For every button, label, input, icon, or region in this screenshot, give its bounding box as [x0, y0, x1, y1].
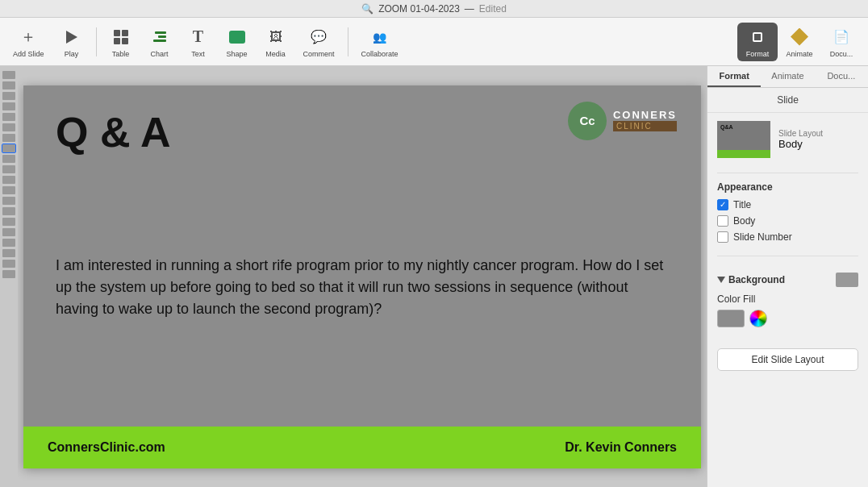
slide-footer: ConnersClinic.com Dr. Kevin Conners	[23, 427, 701, 468]
animate-label: Animate	[786, 50, 812, 58]
appearance-label: Appearance	[717, 181, 858, 193]
toolbar-right: Format Animate 📄 Docu...	[737, 23, 862, 61]
table-icon	[114, 30, 128, 44]
body-checkbox[interactable]	[717, 215, 728, 227]
background-header: Background	[717, 273, 858, 287]
plus-icon: ＋	[20, 26, 36, 48]
slide-footer-left: ConnersClinic.com	[48, 440, 165, 455]
slide-strip-item-7[interactable]	[2, 144, 15, 152]
table-label: Table	[112, 50, 130, 58]
logo-text-block: CONNERS CLINIC	[613, 110, 677, 131]
format-button[interactable]: Format	[737, 23, 778, 61]
document-label: Docu...	[830, 50, 853, 58]
chart-button[interactable]: Chart	[142, 23, 177, 61]
layout-thumbnail[interactable]: Q&A	[717, 121, 770, 158]
title-bar: 🔍 ZOOM 01-04-2023 — Edited	[0, 0, 868, 18]
edited-label: Edited	[479, 3, 507, 15]
title-checkbox[interactable]	[717, 199, 728, 210]
title-icon: 🔍	[361, 3, 373, 15]
media-icon: 🖼	[269, 30, 282, 44]
collaborate-icon: 👥	[373, 31, 386, 44]
text-label: Text	[191, 50, 205, 58]
body-checkbox-label: Body	[733, 215, 755, 227]
slide-strip-item-9[interactable]	[2, 165, 15, 173]
text-icon: T	[193, 27, 203, 46]
slide-number-checkbox[interactable]	[717, 231, 728, 243]
slide-strip-item-15[interactable]	[2, 228, 15, 236]
slide-strip-item-14[interactable]	[2, 218, 15, 226]
comment-label: Comment	[303, 50, 335, 58]
slide-strip-item-4[interactable]	[2, 113, 15, 121]
color-fill-label: Color Fill	[717, 293, 858, 305]
slide-title: Q & A	[56, 108, 171, 156]
background-label: Background	[728, 274, 785, 285]
slide-strip-item-6[interactable]	[2, 134, 15, 142]
logo-initials: Cc	[579, 114, 595, 127]
layout-section: Q&A Slide Layout Body	[707, 113, 868, 173]
slide-strip-item-5[interactable]	[2, 123, 15, 131]
layout-name: Body	[778, 138, 823, 150]
shape-label: Shape	[227, 50, 248, 58]
logo-circle: Cc	[568, 102, 607, 140]
checkbox-row-title: Title	[717, 199, 858, 210]
layout-label: Slide Layout	[778, 129, 823, 138]
slide-footer-right: Dr. Kevin Conners	[565, 440, 677, 455]
document-button[interactable]: 📄 Docu...	[821, 23, 862, 61]
collapse-triangle-icon[interactable]	[717, 277, 725, 283]
slide-strip-item-10[interactable]	[2, 176, 15, 184]
slide-strip-item-3[interactable]	[2, 102, 15, 110]
title-separator: —	[465, 3, 474, 15]
background-section: Background Color Fill	[707, 256, 868, 345]
media-label: Media	[265, 50, 286, 58]
format-icon	[749, 29, 766, 45]
chart-icon	[153, 31, 166, 42]
slide-strip-item-1[interactable]	[2, 81, 15, 89]
add-slide-button[interactable]: ＋ Add Slide	[6, 23, 51, 61]
slide-strip-item-17[interactable]	[2, 249, 15, 257]
logo-sub: CLINIC	[613, 121, 677, 131]
chart-label: Chart	[151, 50, 169, 58]
tab-animate[interactable]: Animate	[761, 66, 814, 87]
slide-strip-item-18[interactable]	[2, 260, 15, 268]
comment-button[interactable]: 💬 Comment	[297, 23, 341, 61]
format-label: Format	[746, 50, 770, 58]
shape-button[interactable]: Shape	[219, 23, 255, 61]
tab-document[interactable]: Docu...	[815, 66, 868, 87]
layout-info: Slide Layout Body	[778, 129, 823, 150]
slide-strip-item-0[interactable]	[2, 71, 15, 79]
tab-format[interactable]: Format	[707, 66, 761, 87]
play-label: Play	[65, 50, 79, 58]
slide-body-text: I am interested in running a short rife …	[56, 255, 669, 320]
slide-logo: Cc CONNERS CLINIC	[568, 102, 677, 140]
edit-slide-layout-button[interactable]: Edit Slide Layout	[717, 348, 858, 371]
appearance-section: Appearance Title Body Slide Number	[707, 173, 868, 256]
toolbar-separator-1	[96, 27, 97, 56]
slide-strip-item-16[interactable]	[2, 239, 15, 247]
slide-strip-item-8[interactable]	[2, 155, 15, 163]
toolbar: ＋ Add Slide Play Table Chart	[0, 18, 868, 66]
color-wheel-button[interactable]	[749, 310, 767, 327]
slide[interactable]: Q & A Cc CONNERS CLINIC I am interested …	[23, 85, 701, 468]
slide-number-checkbox-label: Slide Number	[733, 231, 792, 243]
slide-strip-item-11[interactable]	[2, 186, 15, 194]
right-panel: Format Animate Docu... Slide Q&A Slide L…	[707, 66, 868, 487]
slide-strip-item-13[interactable]	[2, 207, 15, 215]
panel-tabs: Format Animate Docu...	[707, 66, 868, 88]
slide-strip-item-2[interactable]	[2, 92, 15, 100]
media-button[interactable]: 🖼 Media	[258, 23, 294, 61]
logo-name: CONNERS	[613, 110, 677, 121]
slide-strip-item-12[interactable]	[2, 197, 15, 205]
main-area: Q & A Cc CONNERS CLINIC I am interested …	[0, 66, 868, 487]
text-button[interactable]: T Text	[181, 23, 216, 61]
checkbox-row-body: Body	[717, 215, 858, 227]
play-button[interactable]: Play	[54, 23, 90, 61]
slide-panel: Q & A Cc CONNERS CLINIC I am interested …	[18, 66, 707, 487]
table-button[interactable]: Table	[103, 23, 139, 61]
collaborate-button[interactable]: 👥 Collaborate	[355, 23, 405, 61]
color-swatch[interactable]	[717, 310, 745, 327]
panel-slide-header: Slide	[707, 88, 868, 113]
layout-thumb-bar	[717, 150, 770, 158]
animate-button[interactable]: Animate	[779, 23, 820, 61]
checkbox-row-slide-number: Slide Number	[717, 231, 858, 243]
slide-strip-item-19[interactable]	[2, 270, 15, 278]
